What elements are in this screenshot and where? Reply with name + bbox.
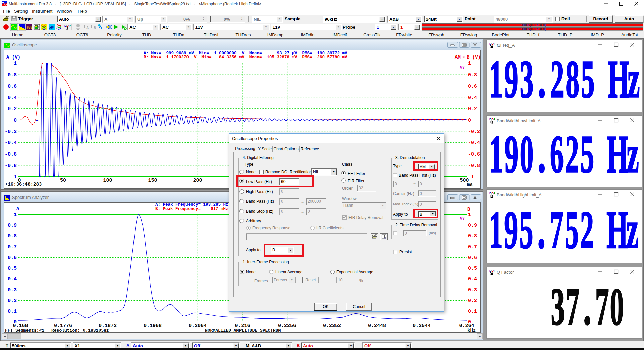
svg-text:B: B [94, 26, 96, 30]
svg-text:A (V): A (V) [6, 55, 20, 60]
svg-text:B: Max= 1.1700270 V Min= -: B: Max= 1.1700270 V Min= -84.3356 mV Mea… [144, 55, 347, 60]
svg-text:B: B [467, 207, 470, 212]
svg-text:7: 7 [566, 277, 579, 336]
svg-text:+16:36:48:283: +16:36:48:283 [5, 182, 42, 187]
svg-text:A: A [16, 206, 19, 211]
svg-text:2: 2 [550, 50, 564, 108]
svg-text:1: 1 [489, 50, 503, 108]
svg-text:9: 9 [504, 125, 518, 183]
svg-text:2: 2 [565, 125, 579, 183]
svg-text:NORMALIZED AMPLITUDE SPECTRUM: NORMALIZED AMPLITUDE SPECTRUM [205, 328, 281, 332]
svg-text:0.6: 0.6 [8, 84, 17, 89]
svg-text:FFT Segments:<1: FFT Segments:<1 [5, 328, 44, 332]
svg-text:B (V): B (V) [467, 55, 480, 60]
svg-text:0.2: 0.2 [468, 298, 477, 304]
svg-text:0.7: 0.7 [8, 244, 17, 250]
svg-text:-1: -1 [468, 174, 474, 180]
svg-text:DDP: DDP [64, 24, 71, 27]
svg-text:≈: ≈ [462, 55, 465, 60]
svg-text:-1: -1 [11, 174, 17, 180]
svg-text:5: 5 [581, 50, 595, 108]
svg-text:0.4: 0.4 [8, 95, 17, 101]
svg-text:7: 7 [595, 277, 609, 336]
svg-text:H: H [607, 125, 628, 183]
svg-text:0: 0 [520, 125, 533, 183]
svg-text:1: 1 [468, 61, 471, 67]
svg-text:0.5: 0.5 [8, 266, 17, 271]
svg-text:0.2352: 0.2352 [323, 323, 341, 329]
svg-text:5: 5 [565, 200, 579, 259]
svg-text:z: z [626, 200, 638, 259]
svg-text:1: 1 [489, 125, 503, 183]
svg-text:0.3: 0.3 [468, 287, 477, 293]
svg-text:0: 0 [610, 277, 624, 336]
svg-text:0.9: 0.9 [468, 223, 477, 228]
svg-text:A: A [86, 26, 89, 30]
svg-text:H: H [606, 200, 628, 259]
svg-text:-0.6: -0.6 [468, 151, 480, 157]
svg-text:1: 1 [14, 61, 17, 67]
svg-text:0.7: 0.7 [468, 244, 477, 250]
svg-text:0.4: 0.4 [8, 276, 17, 282]
svg-text:0.1: 0.1 [468, 309, 477, 314]
svg-text:5: 5 [519, 200, 533, 259]
svg-text:1: 1 [489, 200, 503, 259]
svg-text:.: . [538, 125, 546, 183]
svg-text:9: 9 [504, 50, 518, 108]
svg-text:Mi: Mi [459, 217, 465, 222]
svg-text:0.2: 0.2 [8, 298, 17, 304]
svg-text:-0.8: -0.8 [5, 163, 17, 169]
svg-text:-0.4: -0.4 [5, 140, 17, 146]
svg-text:0.3: 0.3 [8, 287, 17, 293]
svg-text:0.6: 0.6 [8, 255, 17, 261]
svg-text:0.8: 0.8 [468, 233, 477, 239]
svg-text:100: 100 [103, 178, 112, 183]
svg-text:0.8: 0.8 [468, 72, 477, 78]
svg-text:0.2448: 0.2448 [368, 323, 386, 329]
svg-text:0: 0 [14, 118, 17, 123]
svg-text:0.2: 0.2 [8, 106, 17, 112]
svg-text:0.2544: 0.2544 [413, 323, 431, 329]
svg-text:7: 7 [550, 200, 564, 259]
svg-text:0.2: 0.2 [468, 106, 477, 112]
svg-text:0: 0 [468, 118, 471, 123]
svg-text:50: 50 [60, 178, 66, 183]
svg-text:-0.2: -0.2 [5, 129, 17, 135]
svg-text:1: 1 [14, 212, 17, 218]
svg-text:kHz: kHz [467, 327, 476, 332]
svg-text:-0.4: -0.4 [468, 140, 480, 146]
svg-text:0.1968: 0.1968 [144, 323, 162, 329]
svg-text:3: 3 [551, 277, 565, 336]
svg-text:AM: AM [455, 55, 461, 60]
svg-text:0.6: 0.6 [468, 84, 477, 89]
svg-text:150: 150 [148, 178, 157, 183]
svg-text:5: 5 [580, 125, 594, 183]
svg-text:0.4: 0.4 [468, 276, 477, 282]
svg-text:888: 888 [27, 25, 32, 30]
svg-text:.: . [583, 277, 591, 336]
svg-text:3: 3 [520, 50, 533, 108]
svg-text:ms: ms [467, 182, 473, 187]
svg-text:2: 2 [580, 200, 594, 259]
svg-text:0.8: 0.8 [8, 233, 17, 239]
svg-text:H: H [608, 50, 629, 108]
svg-text:Mi: Mi [459, 65, 465, 71]
svg-text:B: Peak Frequency= 917 mHz: B: Peak Frequency= 917 mHz [155, 207, 228, 211]
svg-text:0.2064: 0.2064 [189, 323, 207, 329]
svg-text:.: . [537, 200, 545, 259]
svg-text:0.8: 0.8 [8, 72, 17, 78]
svg-text:Resolution: 0.183105Hz: Resolution: 0.183105Hz [51, 328, 109, 332]
svg-text:0.6: 0.6 [468, 255, 477, 261]
svg-text:-0.2: -0.2 [468, 129, 480, 135]
svg-text:z: z [628, 50, 640, 108]
svg-text:9: 9 [504, 200, 518, 259]
svg-text:-0.8: -0.8 [468, 163, 480, 169]
svg-text:DUT: DUT [50, 25, 55, 28]
svg-text:.: . [538, 50, 546, 108]
svg-text:z: z [627, 125, 639, 183]
svg-text:6: 6 [550, 125, 564, 183]
svg-text:8: 8 [566, 50, 579, 108]
svg-text:0.4: 0.4 [468, 95, 477, 101]
svg-text:0.9: 0.9 [8, 223, 17, 228]
svg-text:1: 1 [468, 212, 471, 218]
